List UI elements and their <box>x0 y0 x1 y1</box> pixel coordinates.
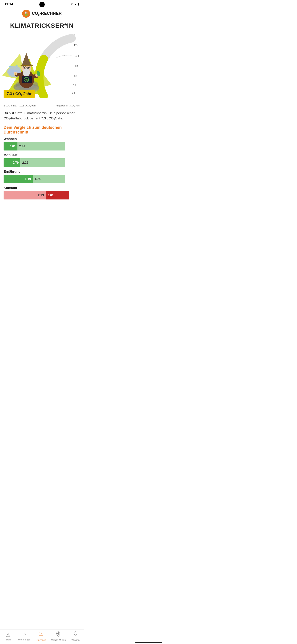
app-logo: 🍃 <box>22 10 30 18</box>
svg-text:8 t: 8 t <box>75 64 78 68</box>
bar-row-3: 2.733.61 <box>3 191 80 200</box>
bar-avg-1: 2.22 <box>20 158 65 167</box>
svg-point-18 <box>24 67 25 68</box>
camera-notch <box>39 2 45 7</box>
category-label-0: Wohnen <box>3 137 80 141</box>
svg-point-28 <box>14 73 16 75</box>
wifi-icon: ▾ <box>71 2 73 6</box>
description-text: Du bist ein*e Klimatrickser*in. Dein per… <box>0 108 84 121</box>
bar-row-2: 1.191.75 <box>3 175 80 183</box>
category-block-konsum: Konsum2.733.61 <box>0 186 84 202</box>
svg-text:12 t: 12 t <box>74 44 78 47</box>
category-block-wohnen: Wohnen0.612.49 <box>0 137 84 153</box>
chart-area: ✦ ✦ <box>0 31 84 103</box>
status-icons: ▾ ▲ ▮ <box>71 2 79 6</box>
svg-text:10 t: 10 t <box>74 54 79 58</box>
svg-text:4 t: 4 t <box>73 83 76 86</box>
bar-avg-2: 1.75 <box>33 175 65 183</box>
bar-user-0: 0.61 <box>3 142 17 150</box>
svg-text:✦: ✦ <box>16 64 18 67</box>
wizard-illustration: ✦ ✦ <box>0 38 54 96</box>
signal-icon: ▲ <box>74 2 77 6</box>
status-bar: 11:14 ▾ ▲ ▮ <box>0 0 84 8</box>
app-header: ← 🍃 CO2-RECHNER <box>0 8 84 20</box>
battery-icon: ▮ <box>78 2 79 6</box>
svg-text:✦: ✦ <box>8 64 12 69</box>
svg-point-17 <box>23 68 30 76</box>
categories-container: Wohnen0.612.49Mobilität0.792.22Ernährung… <box>0 137 84 202</box>
back-button[interactable]: ← <box>3 11 8 16</box>
app-title: CO2-RECHNER <box>32 11 62 16</box>
co2-value-label: 7.3 t CO2/Jahr <box>3 90 35 98</box>
logo-leaf-icon: 🍃 <box>24 11 29 16</box>
footnote-right: Angaben in t CO2/Jahr <box>56 104 80 108</box>
category-block-ernährung: Ernährung1.191.75 <box>0 170 84 186</box>
svg-text:2 t: 2 t <box>72 92 75 95</box>
category-label-3: Konsum <box>3 186 80 190</box>
svg-text:6 t: 6 t <box>74 74 77 77</box>
bar-user-red-3: 2.73 <box>3 191 46 200</box>
bar-avg-red-3: 3.61 <box>46 191 69 200</box>
bar-row-0: 0.612.49 <box>3 142 80 150</box>
category-label-1: Mobilität <box>3 153 80 157</box>
category-label-2: Ernährung <box>3 170 80 173</box>
status-time: 11:14 <box>4 2 13 6</box>
svg-point-19 <box>27 67 29 68</box>
svg-text:🌿: 🌿 <box>25 78 28 82</box>
footnote-bar: ⌀ p.P. in DE = 10.3 t CO2/Jahr Angaben i… <box>3 103 80 108</box>
svg-marker-15 <box>22 53 31 65</box>
bar-user-2: 1.19 <box>3 175 33 183</box>
comparison-title: Dein Vergleich zum deutschen Durchschnit… <box>0 121 84 137</box>
page-title: KLIMATRICKSER*IN <box>0 20 84 30</box>
bar-user-1: 0.79 <box>3 158 20 167</box>
footnote-left: ⌀ p.P. in DE = 10.3 t CO2/Jahr <box>3 104 36 108</box>
bar-avg-0: 2.49 <box>17 142 65 150</box>
category-block-mobilität: Mobilität0.792.22 <box>0 153 84 170</box>
bar-row-1: 0.792.22 <box>3 158 80 167</box>
svg-rect-16 <box>20 64 33 66</box>
